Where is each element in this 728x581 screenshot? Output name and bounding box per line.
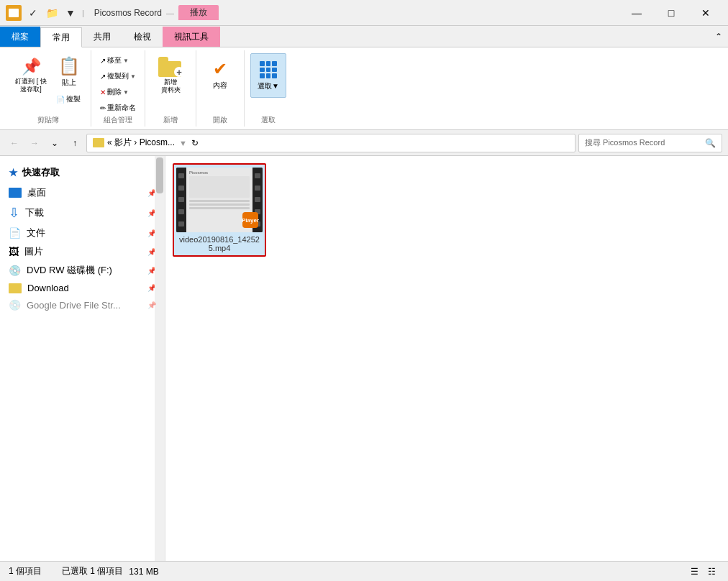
play-badge: Player [242, 212, 258, 228]
tab-videotool[interactable]: 視訊工具 [163, 27, 220, 47]
select-items: 選取▼ [250, 50, 286, 115]
preview-line-2 [189, 203, 250, 206]
new-folder-tab [158, 57, 168, 61]
address-path-text: « 影片 › Picosm... [107, 137, 175, 149]
sidebar-quickaccess-header: ★ 快速存取 [0, 162, 165, 183]
new-folder-icon: + [158, 57, 183, 77]
title-bar-left: ✓ 📁 ▼ | Picosmos Record — 播放 [6, 5, 222, 21]
properties-label: 內容 [213, 81, 227, 91]
sidebar-scrollbar[interactable] [155, 156, 165, 561]
move-to-label: 移至 [107, 55, 122, 65]
rename-label: 重新命名 [107, 103, 136, 113]
video-file-item[interactable]: Picosmos [173, 163, 266, 257]
film-hole-3 [178, 197, 184, 202]
rename-icon: ✏ [100, 104, 106, 112]
pin-icon: 📌 [22, 58, 41, 76]
ribbon-chevron[interactable]: ⌃ [709, 29, 728, 45]
grid-view-button[interactable]: ☷ [704, 564, 719, 580]
qat-folder-button[interactable]: 📁 [45, 6, 59, 20]
sidebar-downloads-label: 下載 [25, 206, 44, 219]
preview-line-1 [189, 200, 250, 202]
copy-to-button[interactable]: ↗ 複製到 ▼ [97, 69, 139, 83]
tab-file[interactable]: 檔案 [0, 27, 40, 47]
organize-label: 組合管理 [104, 115, 132, 127]
sidebar-pictures-label: 圖片 [24, 245, 43, 258]
sidebar-scroll-thumb [156, 157, 163, 193]
film-hole-r3 [255, 197, 260, 202]
restore-button[interactable]: □ [655, 2, 688, 24]
paste-button[interactable]: 📋 貼上 [53, 53, 85, 91]
rename-button[interactable]: ✏ 重新命名 [97, 101, 139, 115]
sidebar-item-download-folder[interactable]: Download 📌 [0, 280, 165, 296]
status-size: 131 MB [129, 567, 158, 577]
sidebar-item-pictures[interactable]: 🖼 圖片 📌 [0, 242, 165, 261]
video-preview-lines [189, 200, 250, 209]
grid-cell-9 [272, 73, 277, 78]
search-placeholder-text: 搜尋 Picosmos Record [585, 137, 705, 148]
sidebar-partial-label: Google Drive File Str... [27, 300, 121, 311]
paste-icon: 📋 [58, 56, 80, 76]
copy-label: 複製 [66, 94, 81, 104]
ribbon-group-clipboard: 📌 釘選到 [ 快速存取] 📋 貼上 📄 複製 剪貼簿 [6, 50, 91, 127]
copy-icon: 📄 [56, 96, 65, 104]
search-box[interactable]: 搜尋 Picosmos Record 🔍 [578, 134, 722, 152]
sidebar-item-dvd[interactable]: 💿 DVD RW 磁碟機 (F:) 📌 [0, 261, 165, 280]
delete-button[interactable]: ✕ 刪除 ▼ [97, 85, 139, 99]
copy-to-dropdown-icon: ▼ [130, 73, 136, 80]
pin-button[interactable]: 📌 釘選到 [ 快速存取] [12, 53, 50, 98]
preview-line-3 [189, 207, 250, 209]
title-separator2: — [166, 9, 174, 17]
title-text: Picosmos Record [94, 8, 162, 18]
video-filename: video20190816_142525.mp4 [177, 235, 262, 252]
tab-home[interactable]: 常用 [40, 27, 82, 47]
sidebar-item-downloads[interactable]: ⇩ 下載 📌 [0, 202, 165, 224]
qat-dropdown-button[interactable]: ▼ [63, 6, 78, 20]
clipboard-label: 剪貼簿 [37, 115, 59, 127]
new-items: + 新增資料夾 [151, 50, 190, 115]
list-view-button[interactable]: ☰ [686, 564, 702, 580]
film-hole-1 [178, 173, 184, 178]
new-folder-button[interactable]: + 新增資料夾 [151, 53, 190, 98]
properties-button[interactable]: ✔ 內容 [202, 53, 238, 96]
refresh-button[interactable]: ↻ [191, 138, 199, 148]
close-button[interactable]: ✕ [689, 2, 722, 24]
sidebar-item-documents[interactable]: 📄 文件 📌 [0, 224, 165, 242]
status-separator [47, 565, 56, 577]
qat-save-button[interactable]: ✓ [26, 6, 40, 20]
address-path[interactable]: « 影片 › Picosm... ▼ ↻ [86, 134, 575, 152]
documents-icon: 📄 [9, 227, 21, 239]
move-to-button[interactable]: ↗ 移至 ▼ [97, 53, 139, 68]
film-hole-r1 [255, 173, 260, 178]
delete-label: 刪除 [107, 87, 122, 97]
minimize-button[interactable]: — [620, 2, 653, 24]
status-selected: 已選取 1 個項目 [62, 565, 123, 577]
search-icon: 🔍 [705, 138, 716, 148]
clipboard-items: 📌 釘選到 [ 快速存取] 📋 貼上 📄 複製 [12, 50, 85, 115]
copy-to-icon: ↗ [100, 73, 106, 81]
back-button[interactable]: ← [6, 134, 23, 152]
film-strip-left [176, 168, 186, 232]
organize-items: ↗ 移至 ▼ ↗ 複製到 ▼ ✕ 刪除 ▼ ✏ 重新命名 [97, 50, 139, 115]
quickaccess-star-icon: ★ [9, 167, 18, 178]
sidebar-item-partial[interactable]: 💿 Google Drive File Str... 📌 [0, 296, 165, 314]
dvd-icon: 💿 [9, 265, 21, 276]
up-button[interactable]: ↑ [66, 134, 83, 152]
tab-share[interactable]: 共用 [82, 27, 122, 47]
sidebar-download-folder-label: Download [27, 283, 69, 293]
ribbon-tabs: 檔案 常用 共用 檢視 視訊工具 ⌃ [0, 26, 728, 47]
forward-button[interactable]: → [26, 134, 43, 152]
move-dropdown-icon: ▼ [123, 58, 129, 64]
copy-button[interactable]: 📄 複製 [53, 92, 85, 106]
downloads-icon: ⇩ [9, 205, 19, 221]
quickaccess-label: 快速存取 [22, 166, 60, 179]
desktop-icon [9, 188, 22, 198]
film-hole-4 [178, 209, 184, 214]
title-separator: | [82, 9, 84, 17]
ribbon-content: 📌 釘選到 [ 快速存取] 📋 貼上 📄 複製 剪貼簿 [0, 47, 728, 130]
copy-paste-col: 📋 貼上 📄 複製 [53, 53, 85, 106]
tab-view[interactable]: 檢視 [122, 27, 163, 47]
view-toggle-button[interactable]: 選取▼ [250, 53, 286, 98]
recent-locations-button[interactable]: ⌄ [46, 134, 63, 152]
sidebar-item-desktop[interactable]: 桌面 📌 [0, 183, 165, 202]
file-area[interactable]: Picosmos [165, 156, 728, 561]
